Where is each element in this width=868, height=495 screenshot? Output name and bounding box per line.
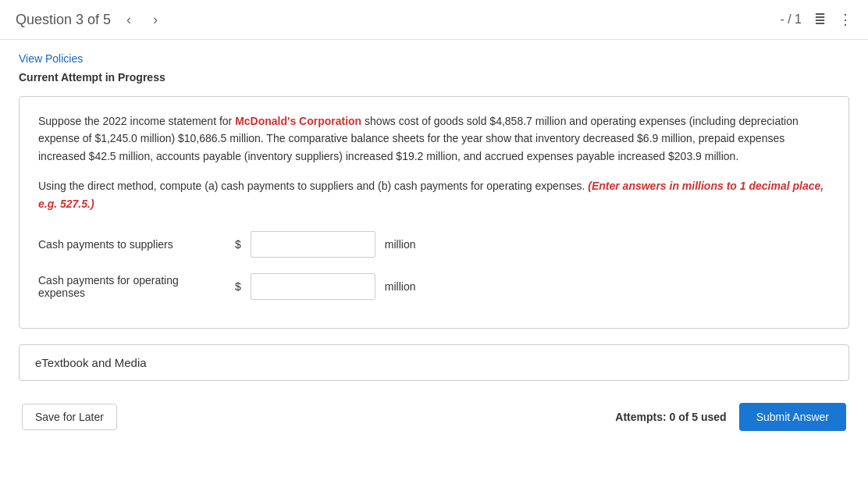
question-paragraph: Suppose the 2022 income statement for Mc… [38, 112, 830, 165]
instruction-text-main: Using the direct method, compute (a) cas… [38, 180, 585, 192]
list-icon[interactable]: ≣ [814, 11, 826, 28]
save-later-button[interactable]: Save for Later [22, 404, 117, 430]
next-question-button[interactable]: › [147, 9, 164, 30]
input-rows: Cash payments to suppliers $ million Cas… [38, 231, 830, 300]
instruction-paragraph: Using the direct method, compute (a) cas… [38, 177, 830, 212]
suppliers-input[interactable] [251, 231, 375, 258]
prev-question-button[interactable]: ‹ [120, 9, 137, 30]
operating-label: Cash payments for operating expenses [38, 274, 226, 299]
question-counter: Question 3 of 5 [16, 12, 111, 28]
etextbook-label: eTextbook and Media [35, 356, 147, 369]
footer-bar: Save for Later Attempts: 0 of 5 used Sub… [19, 397, 849, 437]
input-row-operating: Cash payments for operating expenses $ m… [38, 273, 830, 300]
company-name: McDonald's Corporation [235, 115, 361, 127]
question-text-before-company: Suppose the 2022 income statement for [38, 115, 235, 127]
top-bar-right: - / 1 ≣ ⋮ [780, 11, 852, 28]
more-options-icon[interactable]: ⋮ [838, 11, 852, 28]
question-box: Suppose the 2022 income statement for Mc… [19, 96, 849, 329]
suppliers-label: Cash payments to suppliers [38, 238, 226, 251]
operating-input[interactable] [251, 273, 375, 300]
operating-dollar-sign: $ [235, 280, 241, 293]
top-bar: Question 3 of 5 ‹ › - / 1 ≣ ⋮ [0, 0, 868, 40]
view-policies-link[interactable]: View Policies [19, 52, 83, 65]
attempt-status: Current Attempt in Progress [19, 71, 849, 84]
submit-answer-button[interactable]: Submit Answer [739, 403, 846, 431]
operating-unit: million [385, 280, 416, 293]
suppliers-dollar-sign: $ [235, 238, 241, 251]
footer-right: Attempts: 0 of 5 used Submit Answer [615, 403, 846, 431]
score-label: - / 1 [780, 12, 802, 27]
suppliers-unit: million [385, 238, 416, 251]
top-bar-left: Question 3 of 5 ‹ › [16, 9, 164, 30]
input-row-suppliers: Cash payments to suppliers $ million [38, 231, 830, 258]
main-content: View Policies Current Attempt in Progres… [0, 40, 868, 450]
etextbook-section[interactable]: eTextbook and Media [19, 344, 849, 381]
attempts-label: Attempts: 0 of 5 used [615, 411, 726, 423]
